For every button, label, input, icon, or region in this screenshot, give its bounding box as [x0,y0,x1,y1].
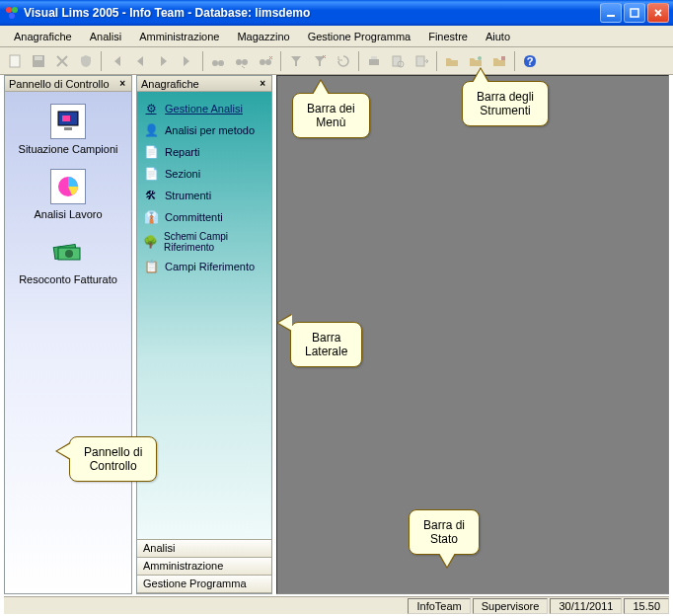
print-icon[interactable] [363,50,385,72]
sidebar-header: Anagrafiche × [137,76,271,92]
sidebar-item-strumenti[interactable]: 🛠Strumenti [137,185,271,206]
svg-point-1 [12,7,18,13]
sidebar-tab-analisi[interactable]: Analisi [137,540,271,558]
money-icon [50,234,86,270]
new-icon[interactable] [4,50,26,72]
export-icon[interactable] [411,50,432,72]
doc-icon: 📄 [143,144,159,160]
minimize-button[interactable] [600,3,622,23]
svg-rect-4 [631,9,638,17]
sidebar-item-label: Schemi Campi Riferimento [164,231,265,253]
doc-icon: 📄 [143,166,159,182]
sidebar-item-analisi-metodo[interactable]: 👤Analisi per metodo [137,119,271,141]
sidebar-item-label: Strumenti [165,190,211,201]
folder1-icon[interactable] [441,50,463,72]
menubar: Anagrafiche Analisi Amministrazione Maga… [0,26,673,47]
menu-anagrafiche[interactable]: Anagrafiche [6,29,80,44]
cp-label: Situazione Campioni [19,143,118,155]
first-icon[interactable] [106,50,127,72]
sidebar-tab-amministrazione[interactable]: Amministrazione [137,558,271,576]
sidebar-tab-gestione[interactable]: Gestione Programma [137,576,271,593]
cp-item-analisi[interactable]: Analisi Lavoro [5,165,131,224]
menu-aiuto[interactable]: Aiuto [478,29,518,44]
status-user: Supervisore [473,598,549,614]
menu-analisi[interactable]: Analisi [82,29,129,44]
folder3-icon[interactable] [488,50,510,72]
sidebar-item-committenti[interactable]: 👔Committenti [137,206,271,228]
next-icon[interactable] [153,50,175,72]
svg-point-2 [9,13,15,19]
maximize-button[interactable] [624,3,645,23]
sidebar-close-icon[interactable]: × [258,78,267,89]
status-time: 15.50 [624,598,669,614]
svg-rect-7 [35,56,42,60]
cp-item-situazione[interactable]: Situazione Campioni [5,100,131,159]
callout-status: Barra di Stato [409,509,480,555]
svg-rect-18 [416,56,424,66]
svg-point-9 [218,60,224,66]
svg-point-12 [260,59,265,65]
sidebar-item-sezioni[interactable]: 📄Sezioni [137,163,271,185]
cp-item-resoconto[interactable]: Resoconto Fatturato [5,230,131,289]
sidebar-item-gestione-analisi[interactable]: ⚙Gestione Analisi [137,98,271,119]
cp-label: Analisi Lavoro [34,208,102,220]
control-panel-close-icon[interactable]: × [117,78,127,89]
svg-rect-24 [64,127,72,130]
callout-menu: Barra dei Menù [292,93,370,138]
window-title: Visual Lims 2005 - Info Team - Database:… [24,6,600,20]
filter-clear-icon[interactable] [255,50,276,72]
tools-icon: 🛠 [143,188,159,203]
cp-label: Resoconto Fatturato [19,273,117,285]
svg-rect-14 [369,59,379,65]
sidebar-item-label: Campi Riferimento [165,261,255,272]
refresh-icon[interactable] [333,50,354,72]
control-panel: Pannello di Controllo × Situazione Campi… [4,75,132,594]
sidebar-item-label: Sezioni [165,168,200,180]
titlebar: Visual Lims 2005 - Info Team - Database:… [0,0,673,26]
shield-icon[interactable] [75,50,97,72]
callout-side: Barra Laterale [290,322,362,367]
sidebar-item-reparti[interactable]: 📄Reparti [137,141,271,163]
sidebar-item-schemi[interactable]: 🌳Schemi Campi Riferimento [137,228,271,256]
save-icon[interactable] [28,50,49,72]
menu-amministrazione[interactable]: Amministrazione [131,29,227,44]
user-icon: 👔 [143,209,159,225]
delete-icon[interactable] [51,50,73,72]
prev-icon[interactable] [129,50,151,72]
person-icon: 👤 [143,122,159,138]
funnel-icon[interactable] [285,50,307,72]
preview-icon[interactable] [387,50,409,72]
binoculars-icon[interactable] [207,50,229,72]
funnel-clear-icon[interactable] [309,50,331,72]
statusbar: InfoTeam Supervisore 30/11/2011 15.50 [4,596,669,614]
find-next-icon[interactable] [231,50,253,72]
control-panel-header: Pannello di Controllo × [5,76,131,92]
sidebar-item-label: Gestione Analisi [165,103,243,115]
monitor-icon [50,104,86,139]
pie-icon [50,169,86,204]
tree-icon: 🌳 [143,234,158,250]
sidebar-item-label: Reparti [165,146,199,158]
svg-rect-20 [501,56,505,60]
sidebar-item-label: Committenti [165,211,223,223]
app-icon [4,5,20,21]
menu-gestione-programma[interactable]: Gestione Programma [300,29,419,44]
close-button[interactable] [647,3,669,23]
svg-point-19 [478,56,482,60]
toolbar: ? [0,47,673,75]
last-icon[interactable] [177,50,198,72]
menu-finestre[interactable]: Finestre [420,29,476,44]
svg-point-10 [236,59,242,65]
sidebar-item-label: Analisi per metodo [165,124,255,136]
menu-magazzino[interactable]: Magazzino [229,29,297,44]
svg-rect-5 [10,55,20,67]
svg-point-8 [212,60,218,66]
control-panel-title: Pannello di Controllo [9,78,110,90]
sidebar-item-campi[interactable]: 📋Campi Riferimento [137,256,271,277]
svg-rect-15 [371,56,377,59]
sidebar: Anagrafiche × ⚙Gestione Analisi 👤Analisi… [136,75,272,594]
help-icon[interactable]: ? [519,50,541,72]
svg-rect-23 [62,116,70,121]
status-date: 30/11/2011 [550,598,622,614]
svg-point-11 [242,59,248,65]
